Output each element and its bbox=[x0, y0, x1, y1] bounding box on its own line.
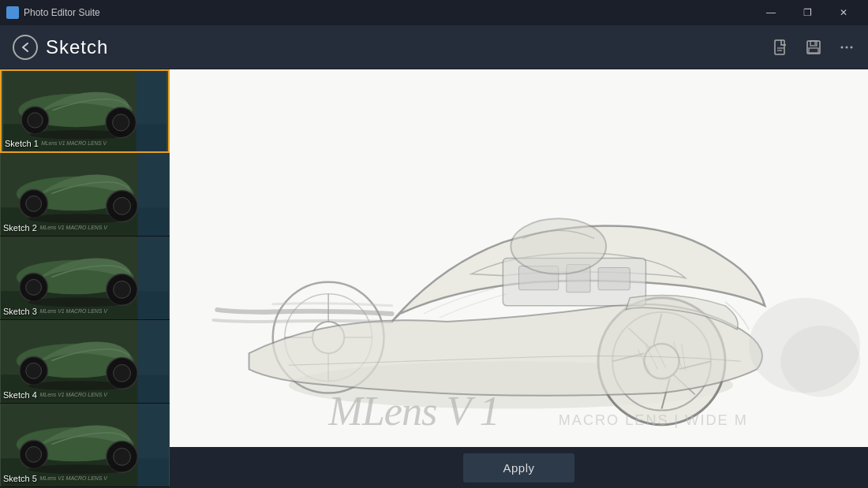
svg-point-85 bbox=[780, 326, 860, 397]
svg-point-28 bbox=[28, 214, 130, 223]
header-bar: Sketch bbox=[0, 25, 868, 69]
svg-point-17 bbox=[113, 114, 129, 131]
new-file-button[interactable] bbox=[772, 39, 789, 56]
svg-text:MLens V1  MACRO LENS V: MLens V1 MACRO LENS V bbox=[41, 140, 107, 146]
sketch-list-item-4[interactable]: MLens V1 MACRO LENS V Sketch 4 bbox=[0, 320, 170, 404]
svg-text:MLens V1  MACRO LENS V: MLens V1 MACRO LENS V bbox=[40, 308, 109, 314]
svg-text:MLens V 1: MLens V 1 bbox=[327, 388, 499, 434]
back-icon bbox=[20, 42, 31, 53]
close-button[interactable]: ✕ bbox=[825, 0, 862, 25]
sketch-item-label-4: Sketch 4 bbox=[3, 390, 37, 400]
header-left: Sketch bbox=[13, 35, 108, 60]
maximize-button[interactable]: ❐ bbox=[789, 0, 825, 25]
window-controls: — ❐ ✕ bbox=[753, 0, 862, 25]
svg-text:MACRO LENS | WIDE M: MACRO LENS | WIDE M bbox=[559, 412, 748, 428]
svg-text:MLens V1  MACRO LENS V: MLens V1 MACRO LENS V bbox=[40, 475, 109, 481]
svg-point-47 bbox=[114, 364, 131, 382]
sketch-list-item-5[interactable]: MLens V1 MACRO LENS V Sketch 5 bbox=[0, 404, 170, 487]
svg-rect-5 bbox=[809, 48, 818, 53]
svg-point-25 bbox=[26, 196, 42, 211]
svg-point-35 bbox=[26, 279, 42, 295]
save-button[interactable] bbox=[805, 39, 822, 56]
sketch-list-item-3[interactable]: MLens V1 MACRO LENS V Sketch 3 bbox=[0, 237, 170, 320]
sketch-list-item-1[interactable]: MLens V1 MACRO LENS V Sketch 1 bbox=[0, 69, 170, 153]
more-icon bbox=[838, 39, 855, 56]
sketch-list-item-2[interactable]: MLens V1 MACRO LENS V Sketch 2 bbox=[0, 153, 170, 237]
sketch-item-label-3: Sketch 3 bbox=[3, 307, 37, 316]
sketch-item-label-1: Sketch 1 bbox=[5, 139, 39, 148]
sketch-item-label-2: Sketch 2 bbox=[3, 223, 37, 233]
apply-button-bar: Apply bbox=[170, 447, 868, 488]
svg-rect-42 bbox=[137, 320, 169, 403]
sketch-preview: MLens V 1 MACRO LENS | WIDE M bbox=[170, 69, 868, 447]
main-content: MLens V1 MACRO LENS V Sketch 1 bbox=[0, 69, 868, 488]
svg-point-58 bbox=[28, 464, 130, 474]
apply-button[interactable]: Apply bbox=[463, 453, 574, 482]
save-icon bbox=[805, 39, 822, 56]
title-bar: Photo Editor Suite — ❐ ✕ bbox=[0, 0, 868, 25]
svg-point-27 bbox=[114, 197, 131, 214]
svg-point-15 bbox=[28, 113, 43, 128]
more-options-button[interactable] bbox=[838, 39, 855, 56]
title-bar-left: Photo Editor Suite bbox=[6, 6, 100, 19]
preview-area: MLens V 1 MACRO LENS | WIDE M Apply bbox=[170, 69, 868, 488]
svg-point-57 bbox=[114, 448, 131, 465]
svg-text:MLens V1  MACRO LENS V: MLens V1 MACRO LENS V bbox=[40, 392, 109, 397]
svg-point-83 bbox=[511, 218, 606, 274]
svg-point-48 bbox=[28, 381, 130, 390]
svg-rect-52 bbox=[137, 404, 169, 486]
back-button[interactable] bbox=[13, 35, 38, 60]
new-file-icon bbox=[772, 39, 789, 56]
header-right bbox=[772, 39, 855, 56]
svg-rect-0 bbox=[775, 40, 784, 54]
app-title: Photo Editor Suite bbox=[24, 7, 100, 18]
svg-point-7 bbox=[841, 46, 844, 48]
svg-rect-12 bbox=[136, 71, 166, 151]
svg-point-55 bbox=[26, 446, 42, 462]
svg-point-38 bbox=[28, 297, 130, 307]
minimize-button[interactable]: — bbox=[753, 0, 789, 25]
svg-point-9 bbox=[851, 46, 853, 48]
svg-rect-82 bbox=[598, 268, 630, 290]
svg-rect-22 bbox=[137, 153, 169, 236]
svg-text:MLens V1  MACRO LENS V: MLens V1 MACRO LENS V bbox=[40, 225, 109, 230]
svg-point-18 bbox=[30, 130, 129, 140]
svg-point-45 bbox=[26, 363, 42, 378]
svg-rect-32 bbox=[137, 237, 169, 319]
page-title: Sketch bbox=[46, 36, 108, 58]
app-icon bbox=[6, 6, 19, 19]
sketch-list: MLens V1 MACRO LENS V Sketch 1 bbox=[0, 69, 170, 488]
svg-point-8 bbox=[846, 46, 848, 48]
svg-point-37 bbox=[114, 281, 131, 298]
sketch-item-label-5: Sketch 5 bbox=[3, 474, 37, 483]
sketch-image: MLens V 1 MACRO LENS | WIDE M bbox=[170, 69, 868, 447]
svg-rect-4 bbox=[810, 41, 817, 46]
